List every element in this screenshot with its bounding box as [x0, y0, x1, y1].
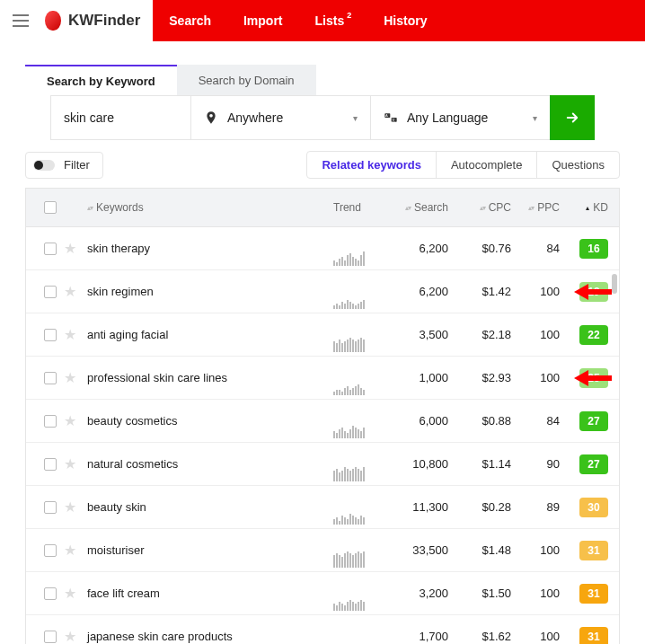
col-header-trend[interactable]: Trend [333, 201, 385, 214]
brand-name: KWFinder [68, 12, 140, 30]
table-body: ★skin therapy6,200$0.768416★skin regimen… [25, 227, 620, 644]
trend-sparkline [333, 595, 385, 611]
cpc-cell: $0.76 [448, 242, 511, 255]
col-header-keywords[interactable]: ▴▾Keywords [87, 201, 333, 214]
star-icon[interactable]: ★ [64, 370, 76, 385]
ppc-cell: 84 [511, 414, 560, 428]
row-checkbox[interactable] [44, 458, 57, 471]
search-volume-cell: 1,700 [385, 630, 448, 643]
results-table: ▴▾Keywords Trend ▴▾Search ▴▾CPC ▴▾PPC ▴ … [0, 188, 645, 644]
subtab-autocomplete[interactable]: Autocomplete [437, 152, 538, 178]
trend-sparkline [333, 551, 385, 568]
search-volume-cell: 6,200 [385, 242, 448, 255]
row-checkbox[interactable] [44, 286, 57, 298]
subtab-questions[interactable]: Questions [537, 152, 619, 178]
search-button[interactable] [550, 95, 595, 140]
search-volume-cell: 10,800 [385, 457, 448, 471]
keyword-cell[interactable]: anti aging facial [87, 328, 333, 341]
star-icon[interactable]: ★ [64, 413, 76, 428]
keyword-cell[interactable]: natural cosmetics [87, 457, 333, 471]
nav-item-import[interactable]: Import [227, 0, 299, 41]
subtab-related-keywords[interactable]: Related keywords [307, 152, 437, 178]
star-icon[interactable]: ★ [64, 629, 76, 644]
hamburger-menu-icon[interactable] [0, 0, 41, 41]
row-checkbox[interactable] [44, 544, 57, 557]
kd-badge: 31 [579, 541, 608, 560]
cpc-cell: $2.18 [448, 328, 511, 341]
kd-badge: 30 [579, 498, 608, 517]
brand-logo[interactable]: KWFinder [41, 0, 153, 41]
filter-label: Filter [64, 158, 90, 172]
keyword-cell[interactable]: beauty cosmetics [87, 414, 333, 428]
ppc-cell: 100 [511, 328, 560, 341]
nav-item-lists[interactable]: Lists2 [299, 0, 368, 41]
search-volume-cell: 3,200 [385, 587, 448, 600]
keyword-cell[interactable]: japanese skin care products [87, 630, 333, 643]
table-row: ★professional skin care lines1,000$2.931… [26, 357, 619, 400]
keyword-cell[interactable]: skin regimen [87, 285, 333, 298]
language-label: Any Language [407, 110, 533, 125]
row-checkbox[interactable] [44, 243, 57, 255]
cpc-cell: $1.62 [448, 630, 511, 643]
nav-item-search[interactable]: Search [153, 0, 227, 41]
filter-toggle-button[interactable]: Filter [25, 152, 103, 179]
trend-sparkline [333, 293, 385, 309]
select-all-checkbox[interactable] [37, 201, 64, 214]
language-dropdown[interactable]: A文 Any Language ▾ [370, 95, 550, 140]
nav-badge: 2 [347, 11, 351, 20]
table-row: ★face lift cream3,200$1.5010031 [26, 572, 619, 615]
search-volume-cell: 33,500 [385, 543, 448, 557]
row-checkbox[interactable] [44, 415, 57, 428]
ppc-cell: 100 [511, 587, 560, 600]
star-icon[interactable]: ★ [64, 586, 76, 601]
annotation-arrow-icon [574, 368, 612, 388]
trend-sparkline [333, 422, 385, 438]
kd-badge: 27 [579, 454, 608, 474]
kd-badge: 31 [579, 627, 608, 645]
search-volume-cell: 3,500 [385, 328, 448, 341]
col-header-kd[interactable]: ▴ KD [560, 201, 608, 214]
table-row: ★beauty skin11,300$0.288930 [26, 486, 619, 529]
trend-sparkline [333, 508, 385, 525]
keyword-cell[interactable]: face lift cream [87, 587, 333, 600]
cpc-cell: $0.28 [448, 500, 511, 514]
table-row: ★moisturiser33,500$1.4810031 [26, 529, 619, 572]
table-row: ★skin therapy6,200$0.768416 [26, 227, 619, 270]
trend-sparkline [333, 465, 385, 481]
col-header-search[interactable]: ▴▾Search [385, 201, 448, 214]
ppc-cell: 89 [511, 500, 560, 514]
star-icon[interactable]: ★ [64, 499, 76, 515]
trend-sparkline [333, 336, 385, 352]
row-checkbox[interactable] [44, 587, 57, 600]
keyword-cell[interactable]: beauty skin [87, 500, 333, 514]
ppc-cell: 100 [511, 630, 560, 643]
table-row: ★skin regimen6,200$1.4210019 [26, 270, 619, 313]
keyword-cell[interactable]: professional skin care lines [87, 371, 333, 384]
tab-search-by-keyword[interactable]: Search by Keyword [25, 65, 177, 95]
star-icon[interactable]: ★ [64, 327, 76, 342]
location-dropdown[interactable]: Anywhere ▾ [190, 95, 370, 140]
star-icon[interactable]: ★ [64, 456, 76, 472]
star-icon[interactable]: ★ [64, 543, 76, 558]
kd-badge: 22 [579, 325, 608, 345]
row-checkbox[interactable] [44, 631, 57, 643]
nav-item-history[interactable]: History [367, 0, 443, 41]
search-mode-tabs: Search by KeywordSearch by Domain Anywhe… [0, 41, 645, 140]
keyword-cell[interactable]: moisturiser [87, 543, 333, 557]
row-checkbox[interactable] [44, 372, 57, 384]
tab-search-by-domain[interactable]: Search by Domain [177, 65, 316, 95]
star-icon[interactable]: ★ [64, 241, 76, 256]
row-checkbox[interactable] [44, 501, 57, 514]
keyword-input[interactable] [64, 110, 178, 125]
ppc-cell: 100 [511, 371, 560, 384]
col-header-cpc[interactable]: ▴▾CPC [448, 201, 511, 214]
cpc-cell: $1.48 [448, 543, 511, 557]
star-icon[interactable]: ★ [64, 284, 76, 299]
row-checkbox[interactable] [44, 329, 57, 341]
col-header-ppc[interactable]: ▴▾PPC [511, 201, 560, 214]
main-nav: SearchImportLists2History [153, 0, 645, 41]
kd-badge: 27 [579, 411, 608, 431]
search-row: Anywhere ▾ A文 Any Language ▾ [25, 95, 620, 140]
location-label: Anywhere [227, 110, 353, 125]
keyword-cell[interactable]: skin therapy [87, 242, 333, 255]
